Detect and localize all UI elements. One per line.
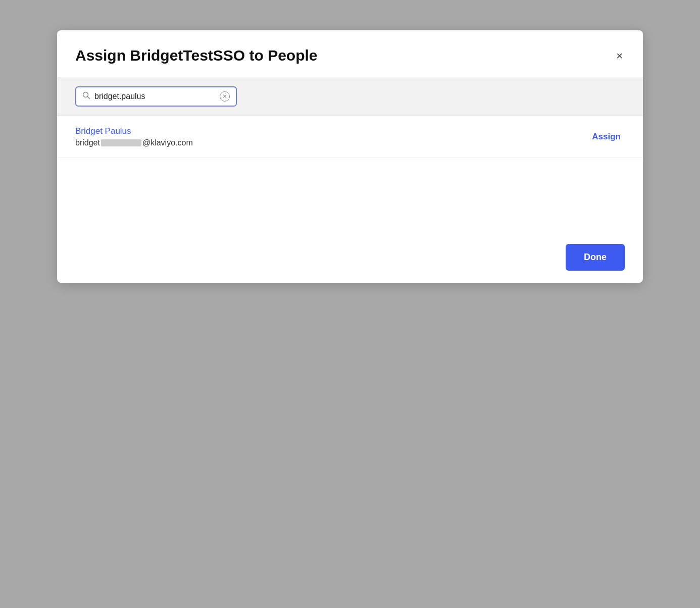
search-input-wrapper: ✕: [75, 86, 237, 107]
results-area: Bridget Paulus bridget@klaviyo.com Assig…: [57, 116, 643, 232]
email-suffix: @klaviyo.com: [142, 138, 193, 147]
result-email: bridget@klaviyo.com: [75, 138, 193, 147]
svg-line-1: [88, 97, 90, 99]
email-redacted: [101, 139, 141, 146]
modal-title: Assign BridgetTestSSO to People: [75, 46, 318, 65]
modal-dialog: Assign BridgetTestSSO to People × ✕: [57, 30, 643, 283]
search-bar-area: ✕: [57, 77, 643, 116]
clear-search-button[interactable]: ✕: [220, 91, 230, 102]
result-info: Bridget Paulus bridget@klaviyo.com: [75, 126, 193, 147]
email-prefix: bridget: [75, 138, 100, 147]
close-button[interactable]: ×: [614, 48, 625, 64]
result-row: Bridget Paulus bridget@klaviyo.com Assig…: [57, 116, 643, 158]
result-name[interactable]: Bridget Paulus: [75, 126, 193, 136]
modal-footer: Done: [57, 232, 643, 283]
done-button[interactable]: Done: [566, 244, 625, 271]
modal-backdrop: Assign BridgetTestSSO to People × ✕: [0, 0, 700, 608]
modal-header: Assign BridgetTestSSO to People ×: [57, 30, 643, 77]
search-icon: [82, 91, 90, 102]
assign-button[interactable]: Assign: [588, 130, 625, 144]
search-input[interactable]: [94, 92, 216, 101]
clear-icon: ✕: [220, 91, 230, 102]
